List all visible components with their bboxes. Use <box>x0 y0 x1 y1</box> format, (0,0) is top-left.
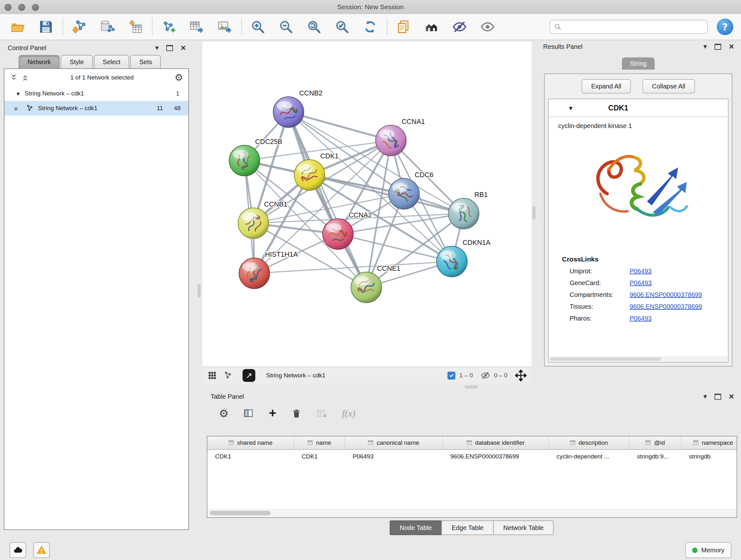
scrollbar-thumb[interactable] <box>550 358 661 361</box>
tab-style[interactable]: Style <box>61 55 92 68</box>
table-row[interactable]: CDK1CDK1P064939606.ENSP00000378699cyclin… <box>207 450 737 463</box>
table-cell[interactable]: stringdb:9... <box>629 453 681 460</box>
splitter-handle-horizontal[interactable] <box>465 385 478 388</box>
crosslink-link[interactable]: P06493 <box>630 315 652 322</box>
collapse-all-button[interactable]: Collapse All <box>643 79 695 94</box>
crosslink-row: Pharos:P06493 <box>569 315 728 322</box>
table-cell[interactable]: stringdb <box>681 453 737 460</box>
table-scrollbar[interactable] <box>207 509 737 517</box>
show-columns-icon[interactable] <box>243 408 254 419</box>
search-box[interactable] <box>549 20 708 34</box>
tab-edge-table[interactable]: Edge Table <box>441 520 494 535</box>
expand-all-networks-icon[interactable] <box>21 73 29 82</box>
network-node-HIST1H1A[interactable]: HIST1H1A <box>239 251 298 289</box>
import-network-from-database-button[interactable] <box>97 17 118 37</box>
export-table-button[interactable] <box>186 17 207 37</box>
export-image-button[interactable] <box>214 17 235 37</box>
refresh-network-button[interactable] <box>360 17 381 37</box>
panel-menu-icon[interactable]: ▾ <box>703 393 707 400</box>
float-panel-icon[interactable] <box>715 44 721 50</box>
network-graph[interactable]: CCNB2CCNA1CDC25BCDK1CDC6RB1CCNB1CCNA2CDK… <box>202 42 532 367</box>
delete-column-trash-icon[interactable] <box>291 408 302 419</box>
close-panel-icon[interactable]: × <box>729 43 734 51</box>
close-panel-icon[interactable]: × <box>729 392 734 401</box>
entry-caret-icon[interactable]: ▾ <box>569 104 572 112</box>
protein-entry-header[interactable]: ▾ CDK1 <box>549 99 728 117</box>
tab-select[interactable]: Select <box>94 55 130 68</box>
crosslink-link[interactable]: P06493 <box>630 279 652 287</box>
collapse-all-networks-icon[interactable] <box>10 73 18 82</box>
expand-all-button[interactable]: Expand All <box>582 79 631 94</box>
help-button[interactable]: ? <box>717 18 733 35</box>
float-panel-icon[interactable] <box>166 45 173 51</box>
search-input[interactable] <box>564 23 703 31</box>
network-node-CDK1[interactable]: CDK1 <box>294 152 339 190</box>
crosslink-link[interactable]: P06493 <box>630 267 652 275</box>
splitter-handle-right[interactable] <box>532 206 536 220</box>
window-title: Session: New Session <box>0 0 741 14</box>
crosslink-link[interactable]: 9606.ENSP00000378699 <box>630 303 702 310</box>
tab-network[interactable]: Network <box>18 55 60 68</box>
table-cell[interactable]: 9606.ENSP00000378699 <box>443 453 549 460</box>
tab-network-table[interactable]: Network Table <box>493 520 554 535</box>
pan-crosshair-icon[interactable] <box>515 370 527 381</box>
table-cell[interactable]: CDK1 <box>207 453 294 460</box>
copy-document-button[interactable] <box>393 17 414 37</box>
zoom-in-button[interactable] <box>248 17 268 37</box>
tab-node-table[interactable]: Node Table <box>390 520 442 535</box>
function-builder-icon[interactable]: f(x) <box>342 408 355 419</box>
column-header-description[interactable]: description <box>549 436 629 449</box>
zoom-selected-icon <box>335 19 349 34</box>
float-panel-icon[interactable] <box>715 394 721 400</box>
save-session-button[interactable] <box>36 17 56 37</box>
column-header-shared-name[interactable]: shared name <box>207 436 294 449</box>
panel-menu-icon[interactable]: ▾ <box>155 44 158 51</box>
column-header-canonical-name[interactable]: canonical name <box>345 436 443 449</box>
network-node-CDKN1A[interactable]: CDKN1A <box>436 239 490 277</box>
import-table-from-file-button[interactable] <box>125 17 145 37</box>
table-cell[interactable]: P06493 <box>345 453 443 460</box>
add-column-icon[interactable]: + <box>269 407 276 419</box>
birdseye-toggle-button[interactable]: ↗ <box>243 369 255 382</box>
network-collection-row[interactable]: ▾ String Network – cdk1 1 <box>4 86 188 101</box>
network-canvas[interactable]: CCNB2CCNA1CDC25BCDK1CDC6RB1CCNB1CCNA2CDK… <box>202 42 532 367</box>
network-node-CCNB2[interactable]: CCNB2 <box>273 89 322 127</box>
zoom-selected-button[interactable] <box>332 17 352 37</box>
table-cell[interactable]: CDK1 <box>294 453 345 460</box>
column-header-database-identifier[interactable]: database identifier <box>443 436 549 449</box>
import-network-from-file-button[interactable] <box>69 17 89 37</box>
warnings-button[interactable] <box>33 542 50 558</box>
open-session-button[interactable] <box>8 17 28 37</box>
network-node-CCNB1[interactable]: CCNB1 <box>238 200 287 239</box>
hidden-eye-icon[interactable] <box>481 371 490 380</box>
first-neighbors-button[interactable] <box>421 17 442 37</box>
memory-button[interactable]: Memory <box>685 542 731 558</box>
hide-selected-button[interactable] <box>449 17 470 37</box>
grid-view-icon[interactable] <box>207 371 217 380</box>
selected-checkbox-icon[interactable] <box>448 372 455 380</box>
panel-menu-icon[interactable]: ▾ <box>703 43 707 50</box>
column-header-namespace[interactable]: namespace <box>681 436 737 449</box>
network-node-RB1[interactable]: RB1 <box>448 191 488 229</box>
table-settings-gear-icon[interactable]: ⚙ <box>219 408 228 419</box>
tab-sets[interactable]: Sets <box>130 55 161 68</box>
gear-icon[interactable]: ⚙ <box>175 73 183 82</box>
zoom-out-button[interactable] <box>276 17 296 37</box>
show-all-button[interactable] <box>477 17 498 37</box>
scrollbar-thumb[interactable] <box>210 511 271 515</box>
close-panel-icon[interactable]: × <box>181 44 186 52</box>
network-node-CCNA1[interactable]: CCNA1 <box>376 118 425 156</box>
network-row-selected[interactable]: ● String Network – cdk1 11 48 <box>4 101 188 116</box>
results-scrollbar[interactable] <box>549 357 728 362</box>
zoom-fit-button[interactable] <box>304 17 324 37</box>
crosslink-link[interactable]: 9606.ENSP00000378699 <box>630 291 702 299</box>
column-header--id[interactable]: @id <box>629 436 681 449</box>
cloud-button[interactable] <box>10 542 26 558</box>
new-network-from-selection-button[interactable] <box>158 17 179 37</box>
tab-string[interactable]: String <box>622 57 655 70</box>
table-cell[interactable]: cyclin-dependent ... <box>549 453 629 460</box>
network-overview-icon[interactable] <box>223 371 232 380</box>
tree-caret-icon[interactable]: ▾ <box>17 90 20 97</box>
column-header-name[interactable]: name <box>294 436 345 449</box>
splitter-handle-left[interactable] <box>198 284 201 298</box>
